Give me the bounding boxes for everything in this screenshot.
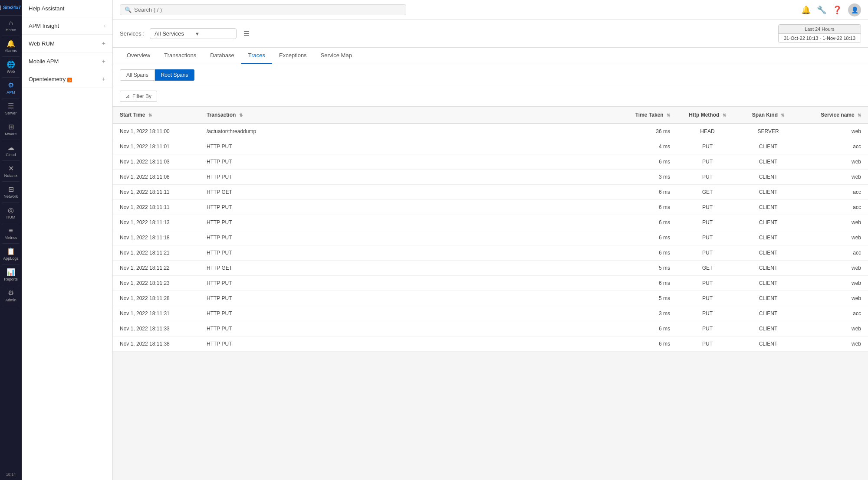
nav-item-label: Mobile APM: [29, 58, 59, 65]
sidebar-timestamp: 18:14: [3, 469, 20, 480]
table-row[interactable]: Nov 1, 2022 18:11:11 HTTP GET 6 ms GET C…: [113, 185, 868, 200]
tab-database[interactable]: Database: [203, 48, 241, 64]
nutanix-icon: ✕: [8, 164, 14, 173]
notification-icon[interactable]: 🔔: [801, 5, 811, 15]
sidebar-item-network[interactable]: ⊟Network: [2, 182, 20, 202]
cell-span-kind: CLIENT: [738, 215, 799, 230]
left-nav-item-apm-insight[interactable]: APM Insight›: [22, 17, 112, 35]
cell-span-kind: CLIENT: [738, 154, 799, 170]
cell-service-name: web: [799, 124, 868, 139]
sidebar-item-label: APM: [7, 90, 15, 95]
cell-service-name: acc: [799, 306, 868, 321]
sidebar-item-web[interactable]: 🌐Web: [2, 57, 20, 78]
sidebar-item-label: Nutanix: [4, 173, 18, 178]
cell-service-name: web: [799, 321, 868, 336]
left-nav-item-web-rum[interactable]: Web RUM+: [22, 35, 112, 52]
cell-transaction: HTTP PUT: [200, 170, 616, 185]
nav-item-label: APM Insight: [29, 23, 59, 29]
cell-http-method: GET: [677, 261, 738, 276]
table-row[interactable]: Nov 1, 2022 18:11:03 HTTP PUT 6 ms PUT C…: [113, 154, 868, 170]
topbar: 🔍 🔔 🔧 ❓ 👤: [113, 0, 868, 20]
sidebar-item-label: Cloud: [6, 153, 16, 157]
col-time-taken[interactable]: Time Taken ⇅: [616, 107, 677, 124]
sidebar-item-label: Home: [6, 28, 16, 32]
table-row[interactable]: Nov 1, 2022 18:11:38 HTTP PUT 6 ms PUT C…: [113, 336, 868, 352]
left-nav-item-opentelemetry[interactable]: Opentelemetryβ+: [22, 70, 112, 88]
col-service-name[interactable]: Service name ⇅: [799, 107, 868, 124]
user-avatar[interactable]: 👤: [848, 3, 861, 16]
table-row[interactable]: Nov 1, 2022 18:11:08 HTTP PUT 3 ms PUT C…: [113, 170, 868, 185]
col-transaction[interactable]: Transaction ⇅: [200, 107, 616, 124]
cell-service-name: web: [799, 336, 868, 352]
tab-traces[interactable]: Traces: [241, 48, 272, 64]
sidebar-item-mware[interactable]: ⊞Mware: [2, 119, 20, 140]
sidebar-item-apm[interactable]: ⚙APM: [2, 78, 20, 98]
tab-service-map[interactable]: Service Map: [314, 48, 359, 64]
network-icon: ⊟: [8, 185, 14, 193]
sidebar-item-admin[interactable]: ⚙Admin: [2, 285, 20, 306]
table-row[interactable]: Nov 1, 2022 18:11:22 HTTP GET 5 ms GET C…: [113, 261, 868, 276]
left-nav-item-help-assistant[interactable]: Help Assistant: [22, 0, 112, 17]
sort-service-name-icon: ⇅: [858, 113, 861, 118]
search-box[interactable]: 🔍: [120, 4, 406, 15]
tab-exceptions[interactable]: Exceptions: [272, 48, 314, 64]
cell-span-kind: CLIENT: [738, 230, 799, 245]
sidebar-item-alarms[interactable]: 🔔Alarms: [2, 36, 20, 57]
tab-transactions[interactable]: Transactions: [157, 48, 203, 64]
table-row[interactable]: Nov 1, 2022 18:11:00 /actuator/threaddum…: [113, 124, 868, 139]
cell-span-kind: CLIENT: [738, 200, 799, 215]
table-row[interactable]: Nov 1, 2022 18:11:23 HTTP PUT 6 ms PUT C…: [113, 276, 868, 291]
col-start-time[interactable]: Start Time ⇅: [113, 107, 200, 124]
col-span-kind[interactable]: Span Kind ⇅: [738, 107, 799, 124]
sort-time-taken-icon: ⇅: [667, 113, 670, 118]
left-nav-item-mobile-apm[interactable]: Mobile APM+: [22, 52, 112, 70]
table-row[interactable]: Nov 1, 2022 18:11:21 HTTP PUT 6 ms PUT C…: [113, 245, 868, 261]
menu-icon[interactable]: ☰: [243, 29, 250, 38]
grid-icon[interactable]: ⊞: [0, 3, 1, 12]
cell-time-taken: 3 ms: [616, 306, 677, 321]
sidebar-item-home[interactable]: ⌂Home: [2, 16, 20, 36]
cell-time-taken: 6 ms: [616, 276, 677, 291]
search-input[interactable]: [134, 7, 401, 13]
cell-start-time: Nov 1, 2022 18:11:21: [113, 245, 200, 261]
date-range-header: Last 24 Hours: [779, 25, 861, 34]
add-icon[interactable]: +: [102, 40, 105, 47]
cell-http-method: PUT: [677, 215, 738, 230]
sidebar-item-reports[interactable]: 📊Reports: [2, 264, 20, 285]
filter-by-button[interactable]: ⊿ Filter By: [120, 91, 157, 102]
col-http-method[interactable]: Http Method ⇅: [677, 107, 738, 124]
cell-service-name: web: [799, 261, 868, 276]
sidebar-item-nutanix[interactable]: ✕Nutanix: [2, 161, 20, 182]
sidebar-item-metrics[interactable]: ≡Metrics: [2, 223, 20, 244]
settings-icon[interactable]: 🔧: [817, 5, 826, 15]
table-row[interactable]: Nov 1, 2022 18:11:01 HTTP PUT 4 ms PUT C…: [113, 139, 868, 154]
tab-overview[interactable]: Overview: [120, 48, 157, 64]
table-row[interactable]: Nov 1, 2022 18:11:13 HTTP PUT 6 ms PUT C…: [113, 215, 868, 230]
traces-table: Start Time ⇅ Transaction ⇅ Time Taken ⇅: [113, 107, 868, 352]
table-row[interactable]: Nov 1, 2022 18:11:28 HTTP PUT 5 ms PUT C…: [113, 291, 868, 306]
sidebar-item-rum[interactable]: ◎RUM: [2, 202, 20, 223]
add-icon[interactable]: +: [102, 75, 105, 82]
sidebar-item-label: Network: [3, 194, 18, 199]
table-row[interactable]: Nov 1, 2022 18:11:11 HTTP PUT 6 ms PUT C…: [113, 200, 868, 215]
add-icon[interactable]: +: [102, 58, 105, 65]
chevron-icon: ›: [104, 23, 105, 29]
root-spans-button[interactable]: Root Spans: [155, 69, 195, 81]
cell-start-time: Nov 1, 2022 18:11:28: [113, 291, 200, 306]
table-row[interactable]: Nov 1, 2022 18:11:31 HTTP PUT 3 ms PUT C…: [113, 306, 868, 321]
sidebar-item-applogs[interactable]: 📋AppLogs: [2, 244, 20, 264]
cell-http-method: PUT: [677, 170, 738, 185]
cell-time-taken: 6 ms: [616, 185, 677, 200]
cell-span-kind: SERVER: [738, 124, 799, 139]
table-row[interactable]: Nov 1, 2022 18:11:18 HTTP PUT 6 ms PUT C…: [113, 230, 868, 245]
sidebar-item-cloud[interactable]: ☁Cloud: [2, 140, 20, 161]
date-picker[interactable]: Last 24 Hours 31-Oct-22 18:13 - 1-Nov-22…: [778, 24, 861, 43]
cell-transaction: HTTP PUT: [200, 200, 616, 215]
sidebar-item-server[interactable]: ☰Server: [2, 98, 20, 119]
cell-service-name: acc: [799, 200, 868, 215]
table-row[interactable]: Nov 1, 2022 18:11:33 HTTP PUT 6 ms PUT C…: [113, 321, 868, 336]
sort-start-time-icon: ⇅: [148, 113, 152, 118]
services-dropdown[interactable]: All Services ▼: [150, 28, 237, 39]
all-spans-button[interactable]: All Spans: [120, 69, 155, 81]
help-icon[interactable]: ❓: [832, 5, 842, 15]
